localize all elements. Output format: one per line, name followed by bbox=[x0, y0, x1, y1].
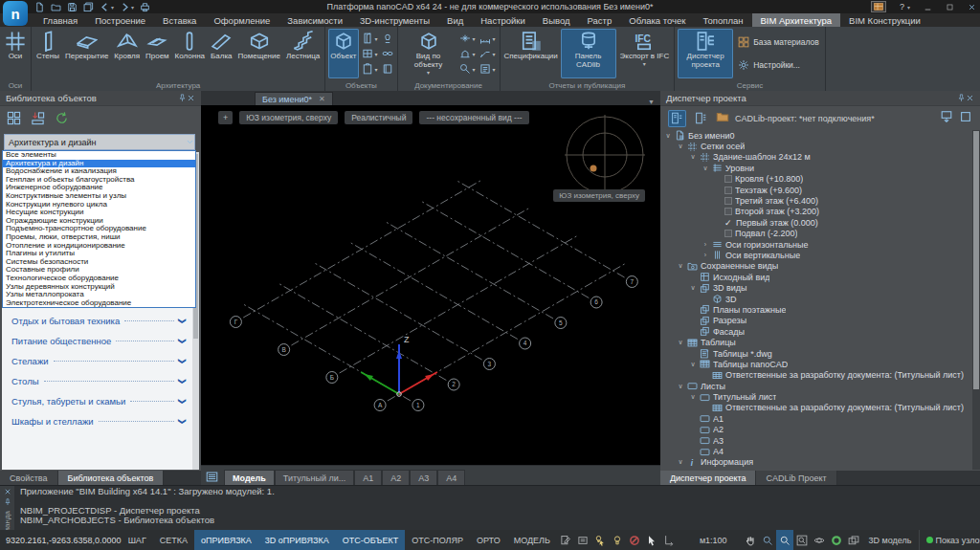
layout-tab[interactable]: A3 bbox=[410, 470, 437, 485]
pin-icon[interactable] bbox=[4, 498, 11, 506]
view-scale[interactable]: м1:100 bbox=[693, 530, 734, 550]
tree-item[interactable]: ∨Здание-шаблон 24x12 м bbox=[660, 152, 971, 163]
ribbon-button[interactable]: Стены bbox=[34, 29, 61, 78]
tree-item[interactable]: ∨Таблицы bbox=[660, 337, 971, 347]
elevation-button[interactable]: ▾ bbox=[459, 48, 476, 59]
lens-button[interactable] bbox=[759, 530, 776, 550]
note-button[interactable]: ▾ bbox=[479, 63, 496, 75]
expand-arrow-icon[interactable]: ∨ bbox=[677, 339, 684, 346]
hand-button[interactable] bbox=[742, 530, 759, 550]
stamp-button[interactable] bbox=[382, 33, 393, 44]
ribbon-button[interactable]: Оси bbox=[3, 29, 28, 78]
callout-button[interactable]: ▾ bbox=[459, 63, 476, 75]
ribbon-button[interactable]: Спецификации bbox=[503, 29, 559, 78]
window-button[interactable]: ▾ bbox=[362, 48, 378, 59]
layout-tab[interactable]: A1 bbox=[354, 470, 382, 485]
expand-arrow-icon[interactable]: ∨ bbox=[677, 458, 684, 466]
menu-tab[interactable]: Оформление bbox=[205, 13, 278, 27]
menu-tab[interactable]: Растр bbox=[579, 13, 621, 27]
checkbox-icon[interactable] bbox=[724, 230, 732, 237]
menu-tab[interactable]: Топоплан bbox=[695, 13, 752, 27]
viewport-control-pill[interactable]: ЮЗ изометрия, сверху bbox=[239, 111, 338, 124]
tree-item[interactable]: Техэтаж (+9.600) bbox=[660, 185, 971, 195]
materials-palette-button[interactable] bbox=[871, 1, 886, 12]
sheets-button[interactable] bbox=[845, 530, 862, 550]
tree-item[interactable]: 3D bbox=[660, 294, 971, 304]
tiles-button[interactable] bbox=[7, 111, 21, 129]
tree-item[interactable]: Исходный вид bbox=[660, 272, 971, 282]
pin-icon[interactable] bbox=[178, 94, 187, 102]
save-button[interactable] bbox=[67, 2, 78, 12]
checkmark-icon[interactable]: ✓ bbox=[724, 219, 733, 227]
layout-tab[interactable]: Титульный ли... bbox=[275, 470, 354, 485]
menu-tab[interactable]: Главная bbox=[34, 13, 86, 27]
zoom-frame-button[interactable] bbox=[793, 530, 811, 550]
menu-tab[interactable]: Вставка bbox=[154, 13, 205, 27]
ribbon-side-button[interactable]: База материалов bbox=[738, 36, 819, 48]
status-toggle[interactable]: СЕТКА bbox=[153, 530, 194, 550]
bulb-cursor-button[interactable] bbox=[591, 535, 609, 546]
back-button[interactable]: ▾ bbox=[100, 2, 114, 12]
status-toggle[interactable]: ОРТО bbox=[470, 530, 507, 550]
layout-tab[interactable]: A4 bbox=[437, 470, 465, 485]
category-row[interactable]: Питание общественное❯ bbox=[2, 331, 191, 351]
tree-item[interactable]: ∨iИнформация bbox=[660, 457, 971, 468]
gear-button[interactable] bbox=[959, 110, 972, 127]
panel-tab[interactable]: Свойства bbox=[0, 471, 58, 485]
open-button[interactable] bbox=[51, 2, 61, 12]
panel-tab[interactable]: Библиотека объектов bbox=[58, 471, 165, 485]
orbit-button[interactable] bbox=[811, 530, 828, 550]
status-toggle[interactable]: ШАГ bbox=[122, 530, 153, 550]
section-button[interactable]: ▾ bbox=[459, 33, 476, 44]
tree-item[interactable]: Подвал (-2.200) bbox=[660, 229, 971, 239]
tree-item[interactable]: ✓Первый этаж (0.000) bbox=[660, 217, 971, 228]
tree-item[interactable]: ∨Листы bbox=[660, 381, 971, 391]
document-tab[interactable]: Без имени0* ✕ bbox=[255, 92, 333, 105]
tree-item[interactable]: Ответственные за разработку документа: (… bbox=[660, 403, 971, 413]
ribbon-button[interactable]: Кровля bbox=[112, 29, 142, 78]
layout-tab[interactable]: A2 bbox=[382, 470, 410, 485]
ribbon-button[interactable]: Колонна bbox=[173, 29, 207, 78]
checkbox-icon[interactable] bbox=[724, 175, 732, 183]
export-db-button[interactable] bbox=[940, 110, 953, 127]
sheet-pencil-button[interactable] bbox=[557, 530, 574, 550]
tree-item[interactable]: Разрезы bbox=[660, 316, 971, 326]
category-row[interactable]: Стулья, табуреты и скамьи❯ bbox=[2, 391, 191, 411]
import-button[interactable] bbox=[31, 111, 45, 129]
expand-arrow-icon[interactable]: ∨ bbox=[677, 383, 684, 390]
tree-item[interactable]: *Таблицы *.dwg bbox=[660, 348, 971, 359]
book-button[interactable] bbox=[382, 63, 393, 75]
ring-button[interactable] bbox=[828, 530, 845, 550]
tree-item[interactable]: ∨Без имени0 bbox=[660, 130, 971, 141]
ribbon-button[interactable]: Диспетчер проекта bbox=[678, 29, 733, 78]
checkbox-icon[interactable] bbox=[724, 187, 732, 194]
chain-button[interactable] bbox=[382, 48, 393, 59]
category-row[interactable]: Отдых и бытовая техника❯ bbox=[2, 311, 191, 331]
expand-arrow-icon[interactable]: ∨ bbox=[664, 132, 672, 140]
save-all-button[interactable] bbox=[83, 2, 94, 12]
tree-item[interactable]: A4 bbox=[660, 446, 971, 456]
leader-button[interactable]: ▾ bbox=[479, 48, 496, 59]
viewport-control-pill[interactable]: --- несохраненный вид --- bbox=[419, 111, 528, 124]
pin-icon[interactable] bbox=[957, 94, 966, 102]
expand-arrow-icon[interactable]: ∨ bbox=[689, 284, 697, 292]
tree-item[interactable]: A1 bbox=[660, 413, 971, 424]
layout-tab[interactable]: Модель bbox=[224, 470, 275, 485]
category-row[interactable]: Стелажи❯ bbox=[2, 351, 191, 371]
tree-item[interactable]: ∨Титульный лист bbox=[660, 391, 971, 402]
ribbon-button[interactable]: Вид по объекту▾ bbox=[401, 29, 457, 78]
close-document-icon[interactable]: ✕ bbox=[319, 95, 325, 103]
help-button[interactable]: ?▾ bbox=[900, 2, 910, 11]
zoom-button[interactable] bbox=[776, 530, 793, 550]
status-toggle[interactable]: ОТС-ПОЛЯР bbox=[405, 530, 470, 550]
status-toggle[interactable]: 3D оПРИВЯЗКА bbox=[258, 530, 336, 550]
menu-tab[interactable]: Облака точек bbox=[620, 13, 694, 27]
load-button[interactable] bbox=[660, 535, 678, 546]
tree-item[interactable]: A2 bbox=[660, 425, 971, 435]
expand-arrow-icon[interactable]: ∨ bbox=[689, 361, 697, 368]
tree-item[interactable]: ∨Уровни bbox=[660, 163, 971, 173]
tree-item[interactable]: Ответственные за разработку документа: (… bbox=[660, 370, 971, 381]
menu-tab[interactable]: 3D-инструменты bbox=[351, 13, 438, 27]
ribbon-button[interactable]: Лестница bbox=[284, 29, 322, 78]
expand-arrow-icon[interactable]: › bbox=[702, 241, 709, 248]
